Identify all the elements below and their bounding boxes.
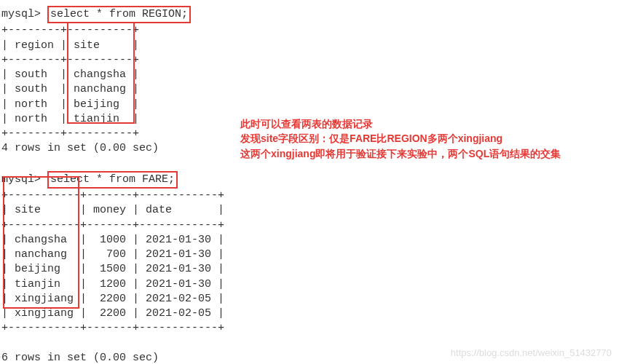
fare-table-row: | xingjiang | 2200 | 2021-02-05 | [1,306,619,321]
fare-table-header: | site | money | date | [1,203,619,218]
watermark: https://blog.csdn.net/weixin_51432770 [451,347,612,360]
mysql-prompt-1: mysql> select * from REGION; [1,6,619,23]
fare-table-border: +-----------+-------+------------+ [1,321,619,336]
prompt-prefix: mysql> [1,8,41,20]
fare-table-row: | nanchang | 700 | 2021-01-30 | [1,248,619,262]
region-table-row: | south | changsha | [1,68,619,82]
annotation-line: 发现site字段区别：仅是FARE比REGION多两个xingjiang [240,131,561,146]
mysql-prompt-2: mysql> select * from FARE; [1,171,619,189]
annotation-line: 此时可以查看两表的数据记录 [240,116,561,131]
region-table-header: | region | site | [1,39,619,53]
annotation-line: 这两个xingjiang即将用于验证接下来实验中，两个SQL语句结果的交集 [240,146,561,161]
fare-table-row: | tianjin | 1200 | 2021-01-30 | [1,277,619,292]
fare-table-row: | xingjiang | 2200 | 2021-02-05 | [1,292,619,306]
sql-query-1: select * from REGION; [47,6,191,23]
fare-table-border: +-----------+-------+------------+ [1,218,619,233]
region-table-border: +--------+----------+ [1,23,619,38]
region-table-row: | south | nanchang | [1,82,619,97]
prompt-prefix: mysql> [1,173,41,186]
annotation-text: 此时可以查看两表的数据记录 发现site字段区别：仅是FARE比REGION多两… [240,116,561,161]
fare-table-border: +-----------+-------+------------+ [1,189,619,203]
sql-query-2: select * from FARE; [47,171,178,189]
fare-table-row: | changsha | 1000 | 2021-01-30 | [1,233,619,248]
region-table-border: +--------+----------+ [1,53,619,68]
region-table-row: | north | beijing | [1,98,619,112]
fare-table-row: | beijing | 1500 | 2021-01-30 | [1,262,619,277]
